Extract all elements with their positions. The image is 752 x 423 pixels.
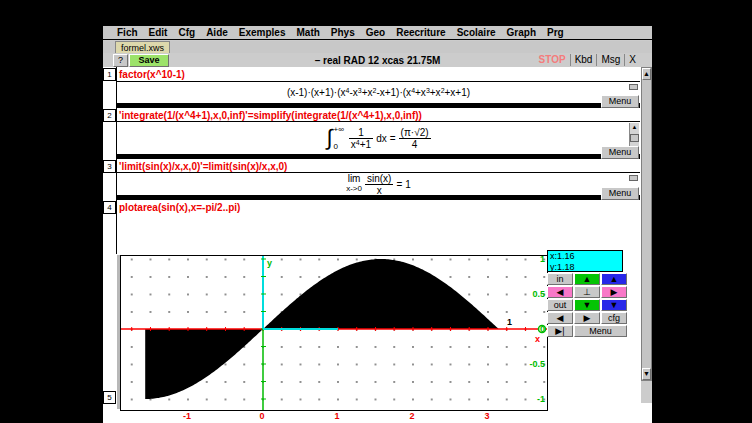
output-expression-1: (x-1)·(x+1)·(x4-x3+x2-x+1)·(x4+x3+x2+x+1… <box>287 87 470 98</box>
output-3-menu-button[interactable]: Menu <box>601 187 639 200</box>
step-left-button[interactable]: ◀ <box>547 312 573 324</box>
svg-text:y: y <box>267 258 272 268</box>
menu-item-aide[interactable]: Aide <box>206 27 228 38</box>
cursor-x-value: x:1.16 <box>550 251 622 262</box>
scrollbar-gutter <box>641 381 652 403</box>
menu-item-reecriture[interactable]: Reecriture <box>396 27 445 38</box>
entry-number-1[interactable]: 1 <box>103 68 116 81</box>
close-session-button[interactable]: X <box>624 54 640 66</box>
x-tick-label: 2 <box>405 411 419 421</box>
pan-up-green-button[interactable]: ▲ <box>574 273 600 285</box>
x-tick-label: 1 <box>330 411 344 421</box>
entry-separator <box>116 156 640 159</box>
stop-button[interactable]: STOP <box>535 54 570 66</box>
command-input-2[interactable]: 'integrate(1/(x^4+1),x,0,inf)'=simplify(… <box>119 110 422 121</box>
menu-item-fich[interactable]: Fich <box>117 27 138 38</box>
menu-item-prg[interactable]: Prg <box>547 27 564 38</box>
plot-canvas[interactable]: yx110.50-0.5-1 <box>120 255 548 411</box>
scroll-up-icon[interactable]: ▲ <box>642 68 651 80</box>
entry-separator <box>116 105 640 108</box>
cursor-y-value: y:1.18 <box>550 262 622 273</box>
output-1-menu-button[interactable]: Menu <box>601 95 639 108</box>
entry-number-3[interactable]: 3 <box>103 160 116 173</box>
plot-widget: yx110.50-0.5-1 -10123 x:1.16 y:1.18 in▲▲… <box>103 254 652 423</box>
pan-down-blue-button[interactable]: ▼ <box>601 299 627 311</box>
menu-item-cfg[interactable]: Cfg <box>178 27 195 38</box>
output-expression-3: limx->0 sin(x)x = 1 <box>346 173 411 196</box>
menu-item-math[interactable]: Math <box>297 27 320 38</box>
scroll-down-icon[interactable]: ▼ <box>642 368 651 380</box>
menu-item-graph[interactable]: Graph <box>507 27 536 38</box>
step-right-button[interactable]: ▶ <box>574 312 600 324</box>
command-input-3[interactable]: 'limit(sin(x)/x,x,0)'=limit(sin(x)/x,x,0… <box>119 161 287 172</box>
scroll-thumb[interactable] <box>630 134 639 142</box>
entry-number-4[interactable]: 4 <box>103 201 116 214</box>
status-bar: ? Save – real RAD 12 xcas 21.75M STOP Kb… <box>103 53 652 68</box>
output-box-3[interactable]: limx->0 sin(x)x = 1 <box>117 172 640 197</box>
cfg-button[interactable]: cfg <box>601 312 627 324</box>
command-input-1[interactable]: factor(x^10-1) <box>119 69 185 80</box>
zoom-out-button[interactable]: out <box>547 299 573 311</box>
orthonormal-button[interactable]: ⊥ <box>574 286 600 298</box>
tab-bar: formel.xws <box>103 41 652 53</box>
output-3-scroll-handle[interactable] <box>629 175 638 181</box>
pan-up-blue-button[interactable]: ▲ <box>601 273 627 285</box>
session-scrollbar[interactable]: ▲ ▼ <box>641 67 652 381</box>
x-tick-label: 3 <box>480 411 494 421</box>
xcas-window: FichEditCfgAideExemplesMathPhysGeoReecri… <box>103 26 652 403</box>
entry-separator <box>116 197 640 200</box>
svg-text:1: 1 <box>507 317 512 327</box>
plot-menu-button[interactable]: Menu <box>574 325 627 337</box>
integral-sign: ∫ <box>326 127 332 149</box>
pan-down-green-button[interactable]: ▼ <box>574 299 600 311</box>
svg-text:x: x <box>535 334 540 344</box>
sine-area-plot[interactable]: yx110.50-0.5-1 <box>121 256 547 410</box>
menu-item-scolaire[interactable]: Scolaire <box>457 27 496 38</box>
cursor-coordinates-box: x:1.16 y:1.18 <box>547 250 623 272</box>
pan-left-pink-button[interactable]: ◀ <box>547 286 573 298</box>
output-box-1[interactable]: (x-1)·(x+1)·(x4-x3+x2-x+1)·(x4+x3+x2+x+1… <box>117 81 640 105</box>
entry-number-5[interactable]: 5 <box>103 391 116 404</box>
menu-item-exemples[interactable]: Exemples <box>239 27 286 38</box>
menu-item-phys[interactable]: Phys <box>331 27 355 38</box>
svg-text:0: 0 <box>540 324 545 334</box>
scroll-up-icon[interactable]: ▲ <box>630 123 639 132</box>
svg-text:-0.5: -0.5 <box>529 359 545 369</box>
svg-text:1: 1 <box>540 256 545 264</box>
zoom-in-button[interactable]: in <box>547 273 573 285</box>
svg-text:0.5: 0.5 <box>532 289 545 299</box>
x-tick-label: -1 <box>180 411 194 421</box>
menu-item-geo[interactable]: Geo <box>366 27 385 38</box>
menu-bar: FichEditCfgAideExemplesMathPhysGeoReecri… <box>103 26 652 40</box>
svg-text:-1: -1 <box>537 394 545 404</box>
kbd-button[interactable]: Kbd <box>570 54 597 66</box>
menu-item-edit[interactable]: Edit <box>149 27 168 38</box>
output-box-2[interactable]: ∫+∞0 1x4+1 dx = (π·√2)4 ▲ ▼ <box>117 121 640 156</box>
output-1-scroll-handle[interactable] <box>629 84 638 90</box>
pan-right-pink-button[interactable]: ▶ <box>601 286 627 298</box>
animate-button[interactable]: ▶| <box>547 325 573 337</box>
session-area: 1 factor(x^10-1) (x-1)·(x+1)·(x4-x3+x2-x… <box>103 67 652 403</box>
x-tick-label: 0 <box>255 411 269 421</box>
entry-number-2[interactable]: 2 <box>103 109 116 122</box>
msg-button[interactable]: Msg <box>596 54 624 66</box>
output-2-menu-button[interactable]: Menu <box>601 146 639 159</box>
command-input-4[interactable]: plotarea(sin(x),x=-pi/2..pi) <box>119 202 240 213</box>
output-expression-2: ∫+∞0 1x4+1 dx = (π·√2)4 <box>326 125 430 151</box>
